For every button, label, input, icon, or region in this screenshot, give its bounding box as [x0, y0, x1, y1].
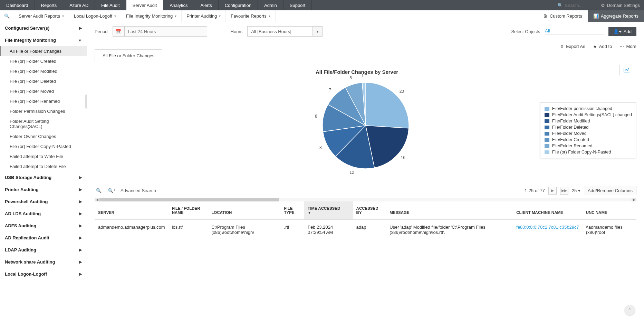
sidebar-group-fim[interactable]: File Integrity Monitoring ▼ [0, 34, 87, 46]
chevron-down-icon: ▾ [175, 14, 176, 18]
sidebar-group[interactable]: ADFS Auditing▶ [0, 220, 87, 232]
subnav-file-integrity-monitoring[interactable]: File Integrity Monitoring▾ [121, 10, 182, 22]
table-cell: fe80:0:0:0:70c2:7c81:c35f:29c7 [513, 220, 582, 240]
advanced-search-label[interactable]: Advanced Search [121, 188, 156, 193]
advanced-search-icon[interactable]: 🔍⁺ [106, 188, 117, 193]
column-header[interactable]: ACCESSED BY [353, 201, 386, 220]
column-header[interactable]: CLIENT MACHINE NAME [513, 201, 582, 220]
more-button[interactable]: ⋯More [619, 44, 636, 49]
subnav-printer-auditing[interactable]: Printer Auditing▾ [182, 10, 226, 22]
nav-tab-dashboard[interactable]: Dashboard [0, 0, 35, 10]
sidebar-group[interactable]: Powershell Auditing▶ [0, 196, 87, 208]
legend-swatch [545, 107, 549, 111]
sidebar-item[interactable]: Failed attempt to Write File [0, 151, 87, 161]
subnav-favourite-reports[interactable]: Favourite Reports▾ [226, 10, 275, 22]
pie-slice-label: 7 [329, 88, 331, 92]
page-size-select[interactable]: 25 ▾ [572, 188, 580, 193]
nav-tab-alerts[interactable]: Alerts [194, 0, 218, 10]
grid-search-icon[interactable]: 🔍 [95, 188, 103, 193]
sidebar-item[interactable]: File (or) Folder Copy-N-Pasted [0, 141, 87, 151]
column-header[interactable]: FILE TYPE [281, 201, 305, 220]
report-tab[interactable]: All File or Folder Changes [95, 49, 162, 62]
search-input[interactable] [565, 3, 593, 8]
scroll-to-top-button[interactable]: ⌃ [625, 305, 635, 315]
sidebar-item[interactable]: File (or) Folder Modified [0, 66, 87, 76]
chart-type-toggle[interactable] [619, 65, 634, 75]
legend-label: File (or) Folder Copy-N-Pasted [552, 150, 611, 155]
sidebar-item[interactable]: File (or) Folder Created [0, 56, 87, 66]
legend-label: File/Folder Modified [552, 119, 590, 123]
sidebar-item[interactable]: File (or) Folder Renamed [0, 96, 87, 106]
column-header[interactable]: LOCATION [208, 201, 280, 220]
select-objects-value[interactable]: All [545, 28, 604, 34]
sidebar-item[interactable]: Folder Audit Setting Changes(SACL) [0, 116, 87, 131]
legend-item[interactable]: File/Folder Moved [545, 130, 632, 137]
subnav-local-logon-logoff[interactable]: Local Logon-Logoff▾ [69, 10, 121, 22]
subnav-search-icon[interactable]: 🔍 [0, 13, 14, 19]
chart-legend: File/Folder permission changedFile/Folde… [540, 102, 636, 158]
report-toolbar: ⇪Export As ★Add to ⋯More [87, 41, 644, 49]
legend-item[interactable]: File/Folder Deleted [545, 124, 632, 130]
nav-tab-azure-ad[interactable]: Azure AD [63, 0, 95, 10]
sidebar-item[interactable]: Folder Permission Changes [0, 106, 87, 116]
export-as-button[interactable]: ⇪Export As [560, 44, 585, 49]
aggregate-reports-button[interactable]: 📊 Aggregate Reports [588, 10, 644, 22]
column-header[interactable]: MESSAGE [386, 201, 513, 220]
calendar-icon[interactable]: 📅 [113, 26, 124, 37]
add-remove-columns-button[interactable]: Add/Remove Columns [584, 186, 636, 195]
next-page-button[interactable]: ▶ [548, 187, 557, 195]
domain-settings-button[interactable]: ⚙Domain Settings [597, 0, 644, 10]
subnav-server-audit-reports[interactable]: Server Audit Reports▾ [14, 10, 69, 22]
column-header[interactable]: UNC NAME [583, 201, 636, 220]
legend-item[interactable]: File/Folder Renamed [545, 143, 632, 149]
sidebar-item[interactable]: Failed attempt to Delete File [0, 161, 87, 171]
horizontal-scrollbar[interactable]: ◀▶ [95, 198, 636, 201]
chevron-down-icon[interactable]: ▾ [313, 26, 323, 37]
sidebar-group-label: File Integrity Monitoring [5, 38, 56, 43]
global-search[interactable]: 🔍 [553, 0, 597, 10]
sidebar-item[interactable]: File (or) Folder Moved [0, 86, 87, 96]
sort-desc-icon: ▼ [308, 211, 311, 215]
legend-item[interactable]: File (or) Folder Copy-N-Pasted [545, 149, 632, 155]
nav-tab-admin[interactable]: Admin [258, 0, 283, 10]
nav-tab-support[interactable]: Support [283, 0, 312, 10]
sidebar-group-configured-servers[interactable]: Configured Server(s) ▶ [0, 22, 87, 34]
legend-item[interactable]: File/Folder permission changed [545, 106, 632, 112]
sidebar-group[interactable]: Printer Auditing▶ [0, 184, 87, 196]
add-to-button[interactable]: ★Add to [593, 44, 612, 49]
legend-item[interactable]: File/Folder Created [545, 137, 632, 143]
gear-icon: ⚙ [601, 3, 605, 8]
last-page-button[interactable]: ▶▶ [560, 187, 568, 195]
table-row[interactable]: admandemo.admanagerplus.comios.rtfC:\Pro… [95, 220, 636, 240]
add-button[interactable]: 👤+ Add [608, 27, 636, 36]
legend-item[interactable]: File/Folder Audit Settings(SACL) changed [545, 112, 632, 118]
client-link[interactable]: fe80:0:0:0:70c2:7c81:c35f:29c7 [516, 225, 579, 230]
column-header[interactable]: FILE / FOLDER NAME [169, 201, 208, 220]
sidebar-group[interactable]: AD Replication Audit▶ [0, 232, 87, 244]
nav-tab-reports[interactable]: Reports [35, 0, 64, 10]
sidebar-item[interactable]: All File or Folder Changes [0, 46, 87, 56]
nav-tab-server-audit[interactable]: Server Audit [126, 0, 164, 10]
sidebar-group[interactable]: Local Logon-Logoff▶ [0, 268, 87, 280]
add-button-label: Add [624, 29, 632, 34]
period-value[interactable]: Last 24 Hours [124, 26, 207, 37]
chevron-right-icon: ▶ [79, 199, 82, 204]
nav-tab-analytics[interactable]: Analytics [163, 0, 194, 10]
custom-reports-button[interactable]: 🗎 Custom Reports [538, 10, 588, 22]
sidebar-collapse-handle[interactable] [85, 95, 87, 108]
hours-select[interactable]: All [Business Hours] [247, 26, 313, 37]
sidebar-group[interactable]: Network share Auditing▶ [0, 256, 87, 268]
select-objects-label: Select Objects [511, 29, 540, 34]
legend-item[interactable]: File/Folder Modified [545, 118, 632, 124]
sidebar-group[interactable]: USB Storage Auditing▶ [0, 171, 87, 184]
sidebar-group[interactable]: AD LDS Auditing▶ [0, 208, 87, 220]
column-header[interactable]: TIME ACCESSED▼ [304, 201, 353, 220]
legend-label: File/Folder Deleted [552, 125, 589, 130]
column-header[interactable]: SERVER [95, 201, 169, 220]
sidebar-item[interactable]: Folder Owner Changes [0, 131, 87, 141]
sidebar-group[interactable]: LDAP Auditing▶ [0, 244, 87, 256]
chart-title: All File/Folder Changes by Server [95, 69, 636, 75]
sidebar-item[interactable]: File (or) Folder Deleted [0, 76, 87, 86]
nav-tab-configuration[interactable]: Configuration [219, 0, 258, 10]
nav-tab-file-audit[interactable]: File Audit [95, 0, 126, 10]
